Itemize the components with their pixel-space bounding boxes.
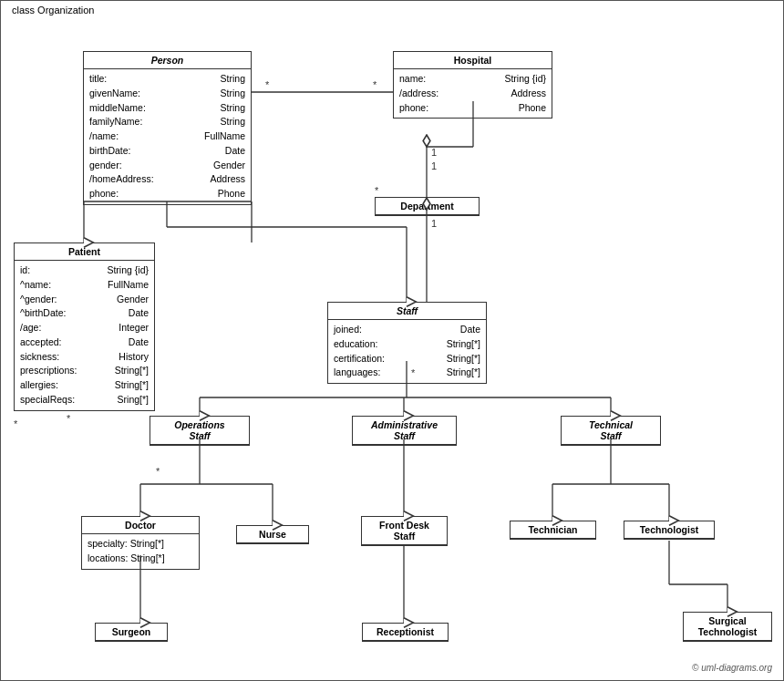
- class-staff: Staff joined:Date education:String[*] ce…: [327, 302, 487, 384]
- class-receptionist: Receptionist: [362, 623, 449, 642]
- svg-text:*: *: [14, 418, 18, 429]
- copyright: © uml-diagrams.org: [692, 663, 772, 673]
- svg-text:1: 1: [431, 218, 437, 229]
- administrative-staff-name: AdministrativeStaff: [353, 417, 456, 445]
- class-surgical-technologist: SurgicalTechnologist: [683, 612, 772, 642]
- class-nurse: Nurse: [236, 525, 309, 544]
- doctor-name: Doctor: [82, 517, 199, 534]
- technologist-name: Technologist: [624, 521, 714, 539]
- diagram-container: class Organization Person title:String g…: [0, 0, 784, 681]
- class-department: Department: [375, 197, 480, 216]
- class-technician: Technician: [510, 521, 596, 540]
- department-name: Department: [376, 198, 479, 215]
- front-desk-staff-name: Front DeskStaff: [362, 517, 447, 545]
- staff-attrs: joined:Date education:String[*] certific…: [328, 320, 486, 383]
- staff-name: Staff: [328, 303, 486, 320]
- technical-staff-name: TechnicalStaff: [562, 417, 660, 445]
- class-administrative-staff: AdministrativeStaff: [352, 416, 457, 446]
- diagram-title: class Organization: [8, 5, 98, 15]
- svg-text:1: 1: [431, 160, 437, 171]
- person-attrs: title:String givenName:String middleName…: [84, 69, 251, 204]
- class-doctor: Doctor specialty: String[*] locations: S…: [81, 516, 200, 570]
- svg-text:*: *: [67, 413, 71, 424]
- class-person: Person title:String givenName:String mid…: [83, 51, 252, 205]
- patient-name: Patient: [15, 243, 154, 261]
- class-technical-staff: TechnicalStaff: [561, 416, 661, 446]
- operations-staff-name: OperationsStaff: [150, 417, 249, 445]
- receptionist-name: Receptionist: [363, 624, 448, 641]
- class-front-desk-staff: Front DeskStaff: [361, 516, 448, 546]
- svg-text:*: *: [265, 79, 270, 90]
- svg-text:*: *: [156, 466, 160, 477]
- surgeon-name: Surgeon: [96, 624, 167, 641]
- svg-text:1: 1: [431, 147, 437, 158]
- class-surgeon: Surgeon: [95, 623, 168, 642]
- class-hospital: Hospital name:String {id} /address:Addre…: [393, 51, 552, 119]
- hospital-attrs: name:String {id} /address:Address phone:…: [394, 69, 552, 118]
- class-operations-staff: OperationsStaff: [150, 416, 250, 446]
- class-patient: Patient id:String {id} ^name:FullName ^g…: [14, 242, 155, 411]
- doctor-attrs: specialty: String[*] locations: String[*…: [82, 534, 199, 569]
- technician-name: Technician: [511, 521, 595, 539]
- class-technologist: Technologist: [624, 521, 715, 540]
- patient-attrs: id:String {id} ^name:FullName ^gender:Ge…: [15, 261, 154, 410]
- svg-text:*: *: [375, 185, 379, 196]
- svg-text:*: *: [373, 79, 377, 90]
- surgical-technologist-name: SurgicalTechnologist: [684, 613, 771, 641]
- person-name: Person: [84, 52, 251, 69]
- nurse-name: Nurse: [237, 526, 308, 543]
- hospital-name: Hospital: [394, 52, 552, 69]
